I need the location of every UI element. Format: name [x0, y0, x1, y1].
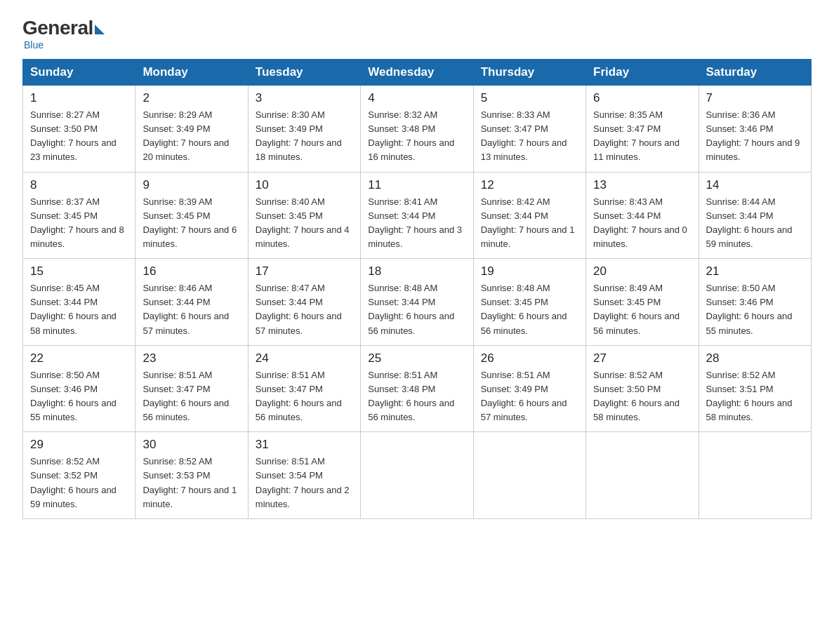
- day-info: Sunrise: 8:51 AMSunset: 3:49 PMDaylight:…: [481, 368, 578, 425]
- calendar-cell: 21 Sunrise: 8:50 AMSunset: 3:46 PMDaylig…: [699, 259, 811, 346]
- day-info: Sunrise: 8:30 AMSunset: 3:49 PMDaylight:…: [256, 108, 353, 165]
- col-header-saturday: Saturday: [699, 60, 811, 86]
- logo-subtitle: Blue: [24, 39, 44, 51]
- logo-arrow-icon: [95, 25, 105, 34]
- day-info: Sunrise: 8:51 AMSunset: 3:54 PMDaylight:…: [256, 455, 353, 511]
- day-number: 11: [368, 178, 465, 192]
- day-number: 27: [593, 351, 691, 365]
- day-number: 26: [481, 351, 578, 365]
- day-info: Sunrise: 8:32 AMSunset: 3:48 PMDaylight:…: [368, 108, 465, 165]
- calendar-header-row: SundayMondayTuesdayWednesdayThursdayFrid…: [23, 60, 812, 86]
- col-header-friday: Friday: [586, 60, 699, 86]
- day-info: Sunrise: 8:52 AMSunset: 3:50 PMDaylight:…: [593, 368, 691, 425]
- calendar-cell: 13 Sunrise: 8:43 AMSunset: 3:44 PMDaylig…: [586, 172, 699, 259]
- calendar-cell: 16 Sunrise: 8:46 AMSunset: 3:44 PMDaylig…: [135, 259, 248, 346]
- day-number: 15: [30, 264, 128, 279]
- calendar-cell: 12 Sunrise: 8:42 AMSunset: 3:44 PMDaylig…: [473, 172, 585, 259]
- day-info: Sunrise: 8:29 AMSunset: 3:49 PMDaylight:…: [143, 108, 240, 165]
- day-number: 14: [706, 178, 804, 192]
- day-info: Sunrise: 8:43 AMSunset: 3:44 PMDaylight:…: [593, 195, 691, 252]
- day-info: Sunrise: 8:51 AMSunset: 3:48 PMDaylight:…: [368, 368, 465, 425]
- day-number: 16: [143, 264, 240, 279]
- day-number: 17: [256, 264, 353, 279]
- day-number: 9: [143, 178, 240, 192]
- day-info: Sunrise: 8:41 AMSunset: 3:44 PMDaylight:…: [368, 195, 465, 252]
- calendar-cell: 31 Sunrise: 8:51 AMSunset: 3:54 PMDaylig…: [248, 432, 360, 519]
- calendar-cell: [473, 432, 585, 519]
- day-number: 5: [481, 91, 578, 105]
- calendar-cell: [361, 432, 473, 519]
- day-number: 1: [30, 91, 128, 105]
- week-row-5: 29 Sunrise: 8:52 AMSunset: 3:52 PMDaylig…: [23, 432, 812, 519]
- col-header-thursday: Thursday: [473, 60, 585, 86]
- calendar-cell: 29 Sunrise: 8:52 AMSunset: 3:52 PMDaylig…: [23, 432, 135, 519]
- calendar-cell: 14 Sunrise: 8:44 AMSunset: 3:44 PMDaylig…: [699, 172, 811, 259]
- day-info: Sunrise: 8:44 AMSunset: 3:44 PMDaylight:…: [706, 195, 804, 252]
- day-number: 6: [593, 91, 691, 105]
- day-number: 23: [143, 351, 240, 365]
- calendar-cell: 18 Sunrise: 8:48 AMSunset: 3:44 PMDaylig…: [361, 259, 473, 346]
- day-info: Sunrise: 8:50 AMSunset: 3:46 PMDaylight:…: [706, 281, 804, 338]
- day-info: Sunrise: 8:39 AMSunset: 3:45 PMDaylight:…: [143, 195, 240, 252]
- calendar-cell: 2 Sunrise: 8:29 AMSunset: 3:49 PMDayligh…: [135, 86, 248, 173]
- col-header-wednesday: Wednesday: [361, 60, 473, 86]
- day-info: Sunrise: 8:45 AMSunset: 3:44 PMDaylight:…: [30, 281, 128, 338]
- calendar-cell: 24 Sunrise: 8:51 AMSunset: 3:47 PMDaylig…: [248, 345, 360, 432]
- week-row-3: 15 Sunrise: 8:45 AMSunset: 3:44 PMDaylig…: [23, 259, 812, 346]
- calendar-cell: 27 Sunrise: 8:52 AMSunset: 3:50 PMDaylig…: [586, 345, 699, 432]
- day-number: 31: [256, 438, 353, 452]
- calendar-cell: 28 Sunrise: 8:52 AMSunset: 3:51 PMDaylig…: [699, 345, 811, 432]
- day-info: Sunrise: 8:52 AMSunset: 3:52 PMDaylight:…: [30, 455, 128, 511]
- week-row-1: 1 Sunrise: 8:27 AMSunset: 3:50 PMDayligh…: [23, 86, 812, 173]
- day-number: 10: [256, 178, 353, 192]
- day-info: Sunrise: 8:49 AMSunset: 3:45 PMDaylight:…: [593, 281, 691, 338]
- calendar-cell: 17 Sunrise: 8:47 AMSunset: 3:44 PMDaylig…: [248, 259, 360, 346]
- day-info: Sunrise: 8:40 AMSunset: 3:45 PMDaylight:…: [256, 195, 353, 252]
- day-info: Sunrise: 8:46 AMSunset: 3:44 PMDaylight:…: [143, 281, 240, 338]
- day-number: 29: [30, 438, 128, 452]
- day-info: Sunrise: 8:33 AMSunset: 3:47 PMDaylight:…: [481, 108, 578, 165]
- day-number: 30: [143, 438, 240, 452]
- day-number: 21: [706, 264, 804, 279]
- calendar-cell: 3 Sunrise: 8:30 AMSunset: 3:49 PMDayligh…: [248, 86, 360, 173]
- calendar-cell: 15 Sunrise: 8:45 AMSunset: 3:44 PMDaylig…: [23, 259, 135, 346]
- day-info: Sunrise: 8:52 AMSunset: 3:51 PMDaylight:…: [706, 368, 804, 425]
- logo-general-text: General: [22, 17, 93, 39]
- calendar-cell: 6 Sunrise: 8:35 AMSunset: 3:47 PMDayligh…: [586, 86, 699, 173]
- day-info: Sunrise: 8:35 AMSunset: 3:47 PMDaylight:…: [593, 108, 691, 165]
- day-info: Sunrise: 8:50 AMSunset: 3:46 PMDaylight:…: [30, 368, 128, 425]
- day-info: Sunrise: 8:48 AMSunset: 3:44 PMDaylight:…: [368, 281, 465, 338]
- page-header: General Blue: [22, 17, 812, 51]
- calendar-cell: [699, 432, 811, 519]
- day-number: 24: [256, 351, 353, 365]
- calendar-cell: 7 Sunrise: 8:36 AMSunset: 3:46 PMDayligh…: [699, 86, 811, 173]
- calendar-cell: [586, 432, 699, 519]
- day-info: Sunrise: 8:36 AMSunset: 3:46 PMDaylight:…: [706, 108, 804, 165]
- calendar-cell: 5 Sunrise: 8:33 AMSunset: 3:47 PMDayligh…: [473, 86, 585, 173]
- calendar-cell: 4 Sunrise: 8:32 AMSunset: 3:48 PMDayligh…: [361, 86, 473, 173]
- day-number: 19: [481, 264, 578, 279]
- calendar-cell: 1 Sunrise: 8:27 AMSunset: 3:50 PMDayligh…: [23, 86, 135, 173]
- day-number: 13: [593, 178, 691, 192]
- day-info: Sunrise: 8:51 AMSunset: 3:47 PMDaylight:…: [143, 368, 240, 425]
- day-number: 20: [593, 264, 691, 279]
- day-number: 2: [143, 91, 240, 105]
- day-info: Sunrise: 8:52 AMSunset: 3:53 PMDaylight:…: [143, 455, 240, 511]
- calendar-cell: 11 Sunrise: 8:41 AMSunset: 3:44 PMDaylig…: [361, 172, 473, 259]
- day-number: 7: [706, 91, 804, 105]
- day-info: Sunrise: 8:27 AMSunset: 3:50 PMDaylight:…: [30, 108, 128, 165]
- day-info: Sunrise: 8:51 AMSunset: 3:47 PMDaylight:…: [256, 368, 353, 425]
- calendar-cell: 25 Sunrise: 8:51 AMSunset: 3:48 PMDaylig…: [361, 345, 473, 432]
- day-number: 4: [368, 91, 465, 105]
- week-row-2: 8 Sunrise: 8:37 AMSunset: 3:45 PMDayligh…: [23, 172, 812, 259]
- day-number: 18: [368, 264, 465, 279]
- day-number: 8: [30, 178, 128, 192]
- calendar-cell: 8 Sunrise: 8:37 AMSunset: 3:45 PMDayligh…: [23, 172, 135, 259]
- col-header-monday: Monday: [135, 60, 248, 86]
- day-number: 12: [481, 178, 578, 192]
- day-number: 28: [706, 351, 804, 365]
- day-number: 3: [256, 91, 353, 105]
- calendar-cell: 10 Sunrise: 8:40 AMSunset: 3:45 PMDaylig…: [248, 172, 360, 259]
- day-number: 22: [30, 351, 128, 365]
- logo: General Blue: [22, 17, 107, 51]
